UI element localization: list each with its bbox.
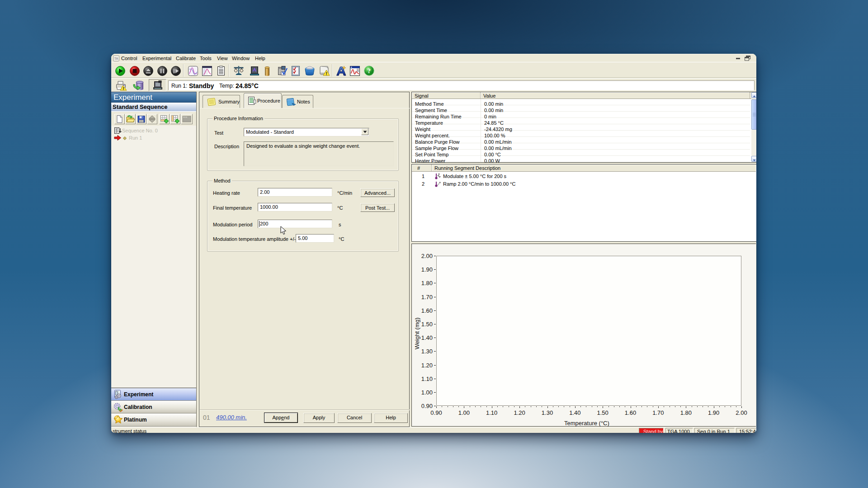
svg-text:TA: TA — [114, 57, 118, 60]
svg-text:?: ? — [368, 68, 371, 75]
